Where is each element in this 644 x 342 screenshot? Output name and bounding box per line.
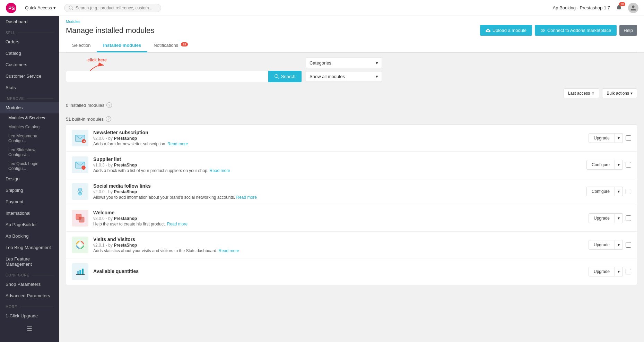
module-readmore-newsletter[interactable]: Read more — [167, 142, 188, 146]
module-icon-welcome — [72, 210, 88, 226]
module-actions-supplier: Configure ▾ — [586, 160, 631, 170]
module-checkbox-social[interactable] — [626, 189, 631, 194]
connect-icon — [540, 28, 545, 33]
tab-selection-label: Selection — [72, 43, 90, 48]
module-name-quantities: Available quantities — [93, 268, 584, 274]
sidebar-item-payment[interactable]: Payment — [0, 196, 59, 207]
module-checkbox-welcome[interactable] — [626, 215, 631, 221]
sidebar-item-ap-pagebuilder[interactable]: Ap PageBuilder — [0, 219, 59, 230]
notifications-button[interactable]: 10 — [616, 4, 623, 12]
module-meta-welcome: v3.0.0 - by PrestaShop — [93, 216, 584, 221]
sidebar-item-design[interactable]: Design — [0, 173, 59, 185]
module-dropdown-button-visits[interactable]: ▾ — [615, 240, 623, 250]
module-row-visits: Visits and Visitors v2.0.1 - by PrestaSh… — [66, 232, 637, 258]
module-row-supplier: ! Supplier list v1.0.3 - by PrestaShop A… — [66, 152, 637, 178]
module-upgrade-button-visits[interactable]: Upgrade — [589, 240, 615, 250]
module-icon-social — [72, 183, 88, 200]
module-search-button[interactable]: Search — [268, 71, 302, 82]
sidebar-sub-leo-slideshow[interactable]: Leo Slideshow Configura... — [0, 145, 59, 159]
sidebar-item-leo-feature[interactable]: Leo Feature Management — [0, 253, 59, 270]
sidebar-item-shipping[interactable]: Shipping — [0, 185, 59, 196]
sort-row: Last access ⇕ Bulk actions ▾ — [66, 88, 637, 98]
module-configure-button-social[interactable]: Configure — [586, 187, 615, 196]
sidebar-sub-leo-quicklogin[interactable]: Leo Quick Login Configu... — [0, 159, 59, 173]
module-checkbox-quantities[interactable] — [626, 269, 631, 274]
tab-selection[interactable]: Selection — [66, 39, 97, 52]
module-readmore-welcome[interactable]: Read more — [167, 222, 188, 226]
upload-module-button[interactable]: Upload a module — [480, 25, 532, 36]
sidebar-sub-modules-services[interactable]: Modules & Services — [0, 113, 59, 122]
sidebar-item-orders[interactable]: Orders — [0, 36, 59, 48]
tab-installed-modules[interactable]: Installed modules — [97, 39, 147, 52]
sidebar-item-1click-upgrade[interactable]: 1-Click Upgrade — [0, 310, 59, 322]
sidebar-item-customers[interactable]: Customers — [0, 59, 59, 70]
sidebar: Dashboard SELL Orders Catalog Customers … — [0, 16, 59, 342]
quick-access-button[interactable]: Quick Access ▾ — [22, 4, 59, 12]
tab-notifications[interactable]: Notifications 29 — [147, 39, 194, 52]
installed-modules-count-label: 0 installed modules — [66, 103, 104, 108]
last-access-sort-icon: ⇕ — [591, 91, 595, 96]
newsletter-icon-svg: ★ — [73, 131, 87, 145]
module-readmore-supplier[interactable]: Read more — [210, 168, 230, 173]
module-dropdown-button-quantities[interactable]: ▾ — [615, 267, 623, 276]
installed-modules-section-header: 0 installed modules ? — [66, 102, 637, 108]
help-button[interactable]: Help — [619, 25, 637, 36]
sidebar-item-advanced-parameters[interactable]: Advanced Parameters — [0, 290, 59, 301]
module-info-social: Social media follow links v2.0.0 - by Pr… — [93, 183, 582, 200]
sidebar-collapse-button[interactable]: ☰ — [0, 322, 59, 336]
connect-addons-button[interactable]: Connect to Addons marketplace — [535, 25, 617, 36]
sidebar-item-customer-service[interactable]: Customer Service — [0, 70, 59, 82]
sidebar-item-dashboard[interactable]: Dashboard — [0, 16, 59, 27]
module-info-welcome: Welcome v3.0.0 - by PrestaShop Help the … — [93, 210, 584, 226]
last-access-sort-button[interactable]: Last access ⇕ — [564, 88, 599, 98]
installed-modules-help-icon[interactable]: ? — [106, 102, 112, 108]
help-label: Help — [624, 28, 633, 33]
svg-point-15 — [81, 166, 86, 170]
upload-module-label: Upload a module — [493, 28, 526, 33]
sidebar-item-stats[interactable]: Stats — [0, 82, 59, 93]
show-all-filter[interactable]: Show all modules ▾ — [306, 71, 382, 82]
module-row-social: Social media follow links v2.0.0 - by Pr… — [66, 178, 637, 205]
module-checkbox-supplier[interactable] — [626, 162, 631, 168]
module-upgrade-button-quantities[interactable]: Upgrade — [589, 267, 615, 276]
sidebar-item-modules[interactable]: Modules — [0, 102, 59, 113]
sidebar-item-leo-blog[interactable]: Leo Blog Management — [0, 242, 59, 253]
bulk-actions-label: Bulk actions — [607, 91, 629, 96]
global-search-input[interactable] — [76, 6, 152, 10]
sidebar-item-catalog[interactable]: Catalog — [0, 48, 59, 59]
sidebar-section-sell: SELL — [0, 27, 59, 36]
module-dropdown-button-social[interactable]: ▾ — [615, 187, 623, 196]
module-dropdown-button-supplier[interactable]: ▾ — [615, 160, 623, 170]
module-readmore-visits[interactable]: Read more — [219, 248, 239, 253]
module-checkbox-newsletter[interactable] — [626, 135, 631, 141]
breadcrumb-modules-link[interactable]: Modules — [66, 19, 80, 24]
module-configure-button-supplier[interactable]: Configure — [586, 160, 615, 170]
sidebar-item-international[interactable]: International — [0, 207, 59, 219]
module-actions-quantities: Upgrade ▾ — [589, 267, 631, 276]
sidebar-sub-leo-megamenu[interactable]: Leo Megamenu Configu... — [0, 131, 59, 145]
module-row-newsletter: ★ Newsletter subscription v2.0.0 - by Pr… — [66, 125, 637, 152]
show-all-label: Show all modules — [310, 74, 345, 79]
topbar-right: Ap Booking - Prestashop 1.7 10 — [553, 3, 639, 13]
module-dropdown-button-newsletter[interactable]: ▾ — [615, 133, 623, 143]
sidebar-item-shop-parameters[interactable]: Shop Parameters — [0, 279, 59, 290]
module-actions-welcome: Upgrade ▾ — [589, 213, 631, 223]
module-search-input[interactable] — [66, 71, 268, 82]
annotation-wrapper: click here — [66, 58, 302, 70]
main-layout: Dashboard SELL Orders Catalog Customers … — [0, 16, 644, 342]
categories-filter[interactable]: Categories ▾ — [306, 58, 382, 68]
sidebar-item-ap-booking[interactable]: Ap Booking — [0, 230, 59, 242]
svg-point-5 — [275, 75, 278, 78]
module-checkbox-visits[interactable] — [626, 242, 631, 248]
quick-access-chevron-icon: ▾ — [53, 5, 56, 10]
builtin-modules-help-icon[interactable]: ? — [106, 116, 111, 122]
svg-point-2 — [69, 6, 72, 9]
sidebar-sub-modules-catalog[interactable]: Modules Catalog — [0, 122, 59, 131]
builtin-modules-section-header: 51 built-in modules ? — [66, 116, 637, 122]
module-readmore-social[interactable]: Read more — [236, 195, 257, 200]
bulk-actions-button[interactable]: Bulk actions ▾ — [602, 88, 637, 98]
module-dropdown-button-welcome[interactable]: ▾ — [615, 213, 623, 223]
module-upgrade-button-welcome[interactable]: Upgrade — [589, 213, 615, 223]
user-avatar-button[interactable] — [628, 3, 638, 13]
module-upgrade-button-newsletter[interactable]: Upgrade — [589, 133, 615, 143]
